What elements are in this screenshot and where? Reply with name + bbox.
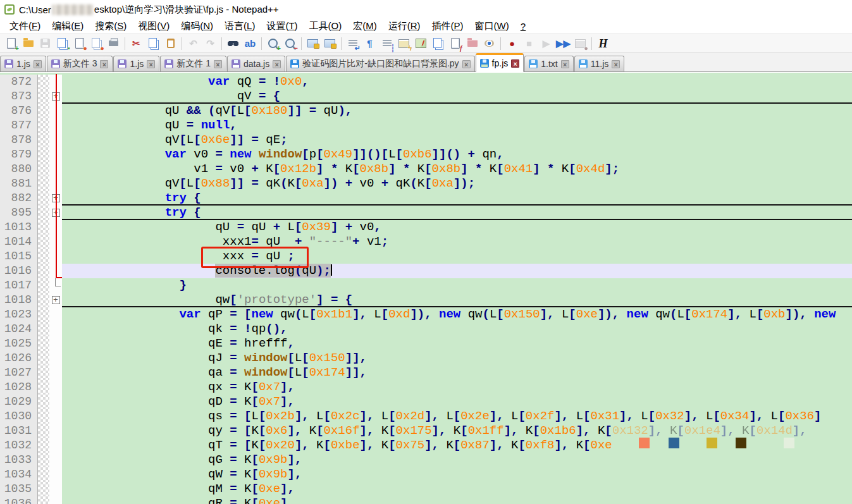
code-text[interactable]: qU = null, bbox=[62, 118, 852, 133]
open-file-button[interactable] bbox=[20, 35, 36, 51]
bookmark-margin[interactable] bbox=[38, 322, 49, 336]
bookmark-margin[interactable] bbox=[38, 409, 49, 424]
fold-margin[interactable]: + bbox=[49, 293, 62, 307]
code-text[interactable]: qE = hrefff, bbox=[62, 336, 852, 351]
macro-play-button[interactable]: ▶ bbox=[538, 35, 554, 51]
code-text[interactable]: console.log(qU); bbox=[62, 264, 852, 278]
macro-stop-button[interactable]: ■ bbox=[521, 35, 537, 51]
fold-margin[interactable] bbox=[49, 322, 62, 336]
code-text[interactable]: qk = !qp(), bbox=[62, 322, 852, 336]
close-button[interactable]: ● bbox=[71, 35, 87, 51]
menu-window[interactable]: 窗口(W) bbox=[469, 20, 515, 33]
indent-guide-button[interactable]: ┆ bbox=[379, 35, 395, 51]
function-completion-button[interactable]: ϟ bbox=[396, 35, 412, 51]
tab-1.js[interactable]: 1.js× bbox=[0, 56, 46, 71]
bookmark-margin[interactable] bbox=[38, 220, 49, 235]
bookmark-margin[interactable] bbox=[38, 395, 49, 409]
menu-language[interactable]: 语言(L) bbox=[219, 20, 261, 33]
code-text[interactable]: var qP = [new qw(L[0x1b1], L[0xd]), new … bbox=[62, 307, 852, 322]
code-editor[interactable]: 872 var qQ = !0x0,873+ qV = {876 qU && (… bbox=[0, 73, 852, 504]
fold-margin[interactable] bbox=[49, 351, 62, 366]
tab-close-icon[interactable]: × bbox=[561, 60, 569, 68]
bookmark-margin[interactable] bbox=[38, 206, 49, 220]
document-map-button[interactable] bbox=[413, 35, 429, 51]
tab--1[interactable]: 新文件 1× bbox=[160, 56, 226, 71]
tab-1.js[interactable]: 1.js× bbox=[113, 56, 159, 71]
code-text[interactable]: xxx = qU ; bbox=[62, 249, 852, 264]
bookmark-margin[interactable] bbox=[38, 278, 49, 293]
document-monitor-button[interactable] bbox=[481, 35, 497, 51]
code-text[interactable]: xxx1= qU + "----"+ v1; bbox=[62, 235, 852, 249]
save-button[interactable] bbox=[37, 35, 53, 51]
code-text[interactable]: qU && (qV[L[0x180]] = qU), bbox=[62, 104, 852, 118]
code-text[interactable]: qV = { bbox=[62, 89, 852, 104]
fold-margin[interactable] bbox=[49, 307, 62, 322]
tab-close-icon[interactable]: × bbox=[34, 60, 42, 68]
fold-margin[interactable] bbox=[49, 453, 62, 467]
code-text[interactable]: try { bbox=[62, 206, 852, 220]
bookmark-margin[interactable] bbox=[38, 366, 49, 380]
code-text[interactable]: qM = K[0xe], bbox=[62, 482, 852, 496]
code-text[interactable]: var qQ = !0x0, bbox=[62, 75, 852, 89]
tab-close-icon[interactable]: × bbox=[147, 60, 155, 68]
macro-save-button[interactable]: ● bbox=[572, 35, 588, 51]
macro-run-multiple-button[interactable]: ▶▶ bbox=[555, 35, 571, 51]
bookmark-margin[interactable] bbox=[38, 118, 49, 133]
bookmark-margin[interactable] bbox=[38, 351, 49, 366]
menu-view[interactable]: 视图(V) bbox=[132, 20, 175, 33]
bookmark-margin[interactable] bbox=[38, 496, 49, 504]
bookmark-margin[interactable] bbox=[38, 438, 49, 453]
tab-11.js[interactable]: 11.js× bbox=[574, 56, 625, 71]
fold-margin[interactable] bbox=[49, 336, 62, 351]
menu-plugins[interactable]: 插件(P) bbox=[426, 20, 469, 33]
tab-close-icon[interactable]: × bbox=[273, 60, 281, 68]
fold-margin[interactable] bbox=[49, 380, 62, 395]
tab-fp.js[interactable]: fp.js× bbox=[476, 53, 524, 72]
sync-horizontal-scroll-button[interactable] bbox=[322, 35, 338, 51]
zoom-in-button[interactable]: + bbox=[265, 35, 281, 51]
copy-button[interactable] bbox=[145, 35, 161, 51]
bookmark-margin[interactable] bbox=[38, 89, 49, 104]
fold-margin[interactable] bbox=[49, 496, 62, 504]
bookmark-margin[interactable] bbox=[38, 307, 49, 322]
function-list-button[interactable]: ƒ bbox=[447, 35, 463, 51]
macro-record-button[interactable]: ● bbox=[504, 35, 520, 51]
code-text[interactable]: try { bbox=[62, 191, 852, 206]
menu-macro[interactable]: 宏(M) bbox=[347, 20, 383, 33]
code-text[interactable]: qU = qU + L[0x39] + v0, bbox=[62, 220, 852, 235]
zoom-out-button[interactable]: − bbox=[282, 35, 298, 51]
code-text[interactable]: qV[L[0x88]] = qK(K[0xa]) + v0 + qK(K[0xa… bbox=[62, 176, 852, 191]
redo-button[interactable]: ↷ bbox=[202, 35, 218, 51]
code-text[interactable]: qR = K[0xe] bbox=[62, 496, 852, 504]
bookmark-margin[interactable] bbox=[38, 293, 49, 307]
document-clone-button[interactable] bbox=[430, 35, 446, 51]
fold-margin[interactable] bbox=[49, 467, 62, 482]
code-text[interactable]: qJ = window[L[0x150]], bbox=[62, 351, 852, 366]
code-text[interactable]: qx = K[0x7], bbox=[62, 380, 852, 395]
bookmark-margin[interactable] bbox=[38, 191, 49, 206]
tab-close-icon[interactable]: × bbox=[100, 60, 108, 68]
menu-settings[interactable]: 设置(T) bbox=[261, 20, 303, 33]
fold-collapsed-icon[interactable]: + bbox=[52, 296, 60, 304]
bookmark-margin[interactable] bbox=[38, 453, 49, 467]
menu-run[interactable]: 运行(R) bbox=[383, 20, 426, 33]
bookmark-margin[interactable] bbox=[38, 424, 49, 438]
paste-button[interactable] bbox=[163, 35, 178, 51]
code-text[interactable]: qa = window[L[0x174]], bbox=[62, 366, 852, 380]
html-tag-plugin-button[interactable]: H bbox=[595, 35, 611, 51]
cut-button[interactable]: ✂ bbox=[128, 35, 144, 51]
find-button[interactable] bbox=[225, 35, 241, 51]
code-text[interactable]: qW = K[0x9b], bbox=[62, 467, 852, 482]
fold-margin[interactable] bbox=[49, 409, 62, 424]
bookmark-margin[interactable] bbox=[38, 264, 49, 278]
sync-vertical-scroll-button[interactable] bbox=[305, 35, 321, 51]
fold-margin[interactable] bbox=[49, 278, 62, 293]
code-text[interactable]: qD = K[0x7], bbox=[62, 395, 852, 409]
fold-margin[interactable] bbox=[49, 482, 62, 496]
menu-tools[interactable]: 工具(O) bbox=[304, 20, 348, 33]
undo-button[interactable]: ↶ bbox=[185, 35, 201, 51]
fold-margin[interactable] bbox=[49, 438, 62, 453]
bookmark-margin[interactable] bbox=[38, 104, 49, 118]
show-all-characters-button[interactable]: ¶ bbox=[362, 35, 378, 51]
fold-margin[interactable] bbox=[49, 424, 62, 438]
